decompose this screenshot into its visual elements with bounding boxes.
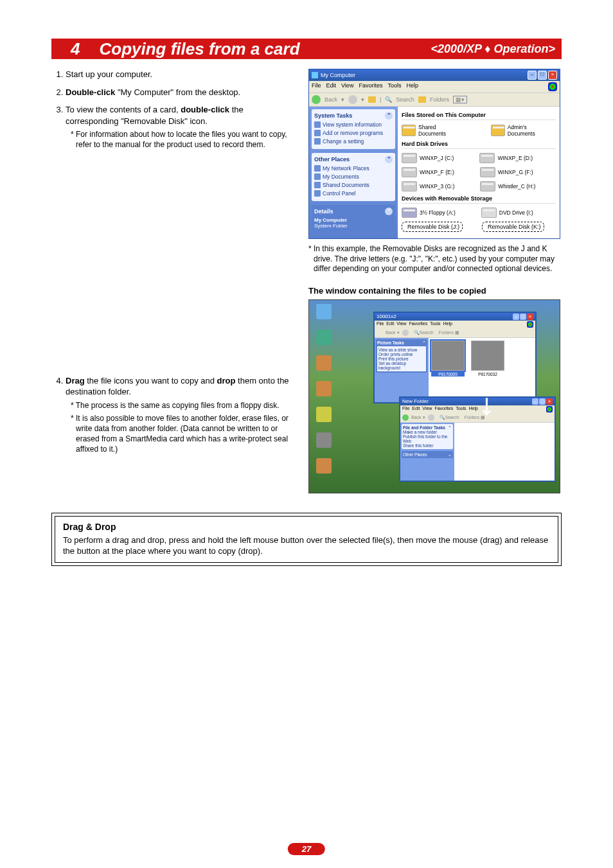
collapse-icon[interactable]: ⌃: [385, 208, 393, 215]
windows-logo-icon: [548, 82, 557, 91]
back-label[interactable]: Back: [324, 96, 337, 103]
removable-disk-j[interactable]: Removable Disk (J:): [402, 222, 463, 232]
removable-disk-k[interactable]: Removable Disk (K:): [482, 222, 544, 232]
task-link[interactable]: Publish this folder to the Web: [403, 434, 452, 443]
task-link[interactable]: Print this picture: [378, 357, 425, 361]
view-system-info-link[interactable]: View system information: [314, 121, 393, 128]
menu-favorites[interactable]: Favorites: [409, 321, 427, 328]
step-4-note1: * The process is the same as copying fil…: [71, 400, 296, 411]
desktop-icon[interactable]: [313, 458, 335, 475]
search-button[interactable]: Search: [396, 96, 414, 103]
menu-edit[interactable]: Edit: [326, 82, 337, 91]
task-link[interactable]: View as a slide show: [378, 348, 425, 352]
my-documents-link[interactable]: My Documents: [314, 173, 393, 180]
drive-f[interactable]: WINXP_G (F:): [480, 167, 533, 177]
control-panel-link[interactable]: Control Panel: [314, 190, 393, 197]
step-3-b: double-click: [181, 105, 229, 114]
desktop-icon[interactable]: [313, 355, 335, 372]
step-4-drop: drop: [217, 376, 236, 385]
back-icon[interactable]: [312, 95, 321, 104]
other-places-title: Other Places: [403, 452, 427, 457]
toolbar: Back ▾ ▾ | 🔍Search Folders ▦▾: [309, 93, 560, 107]
close-button[interactable]: ×: [548, 71, 557, 80]
maximize-button[interactable]: □: [538, 71, 547, 80]
menu-help[interactable]: Help: [443, 321, 452, 328]
desktop-icon[interactable]: [313, 432, 335, 449]
change-setting-link[interactable]: Change a setting: [314, 138, 393, 145]
details-name: My Computer: [314, 217, 347, 223]
views-button[interactable]: ▦▾: [453, 96, 467, 103]
step-3-a: To view the contents of a card,: [66, 105, 181, 114]
floppy-drive[interactable]: 3½ Floppy (A:): [402, 208, 456, 218]
drive-g[interactable]: WINXP_3 (G:): [402, 181, 454, 191]
image-file[interactable]: P8170032: [471, 341, 504, 400]
menu-favorites[interactable]: Favorites: [434, 406, 453, 412]
other-places-panel: Other Places⌃ My Network Places My Docum…: [312, 153, 395, 201]
folders-icon[interactable]: [418, 96, 426, 103]
desktop-icon[interactable]: [313, 330, 335, 346]
details-title: Details: [314, 208, 333, 215]
details-panel: Details⌃ My Computer System Folder: [312, 205, 395, 231]
menu-favorites[interactable]: Favorites: [359, 82, 382, 91]
step-4: Drag the file icons you want to copy and…: [66, 375, 296, 455]
drive-e[interactable]: WINXP_F (E:): [402, 167, 454, 177]
maximize-button[interactable]: □: [520, 314, 526, 320]
desktop-icon[interactable]: [313, 381, 335, 398]
task-link[interactable]: Share this folder: [403, 443, 452, 448]
window-titlebar[interactable]: My Computer – □ ×: [309, 69, 560, 81]
drag-drop-title: Drag & Drop: [63, 522, 550, 532]
menu-help[interactable]: Help: [406, 82, 418, 91]
desktop-icon[interactable]: [313, 407, 335, 423]
close-button[interactable]: ×: [527, 314, 533, 320]
minimize-button[interactable]: –: [513, 314, 519, 320]
windows-logo-icon: [527, 321, 533, 328]
desktop-icon[interactable]: [313, 304, 335, 321]
page: 4 Copying files from a card <2000/XP ♦ O…: [0, 0, 613, 868]
drive-c[interactable]: WINXP_J (C:): [402, 153, 454, 163]
dvd-drive[interactable]: DVD Drive (I:): [481, 208, 533, 218]
menu-view[interactable]: View: [341, 82, 353, 91]
minimize-button[interactable]: –: [528, 71, 537, 80]
collapse-icon[interactable]: ⌃: [385, 155, 393, 163]
minimize-button[interactable]: –: [532, 398, 538, 405]
menu-tools[interactable]: Tools: [387, 82, 401, 91]
instructions-column: Start up your computer. Double-click "My…: [51, 69, 296, 493]
menu-edit[interactable]: Edit: [412, 406, 420, 412]
section-title: Copying files from a card: [99, 39, 431, 59]
window-icon: [312, 72, 318, 78]
menu-file[interactable]: File: [402, 406, 409, 412]
image-file-selected[interactable]: P8170005: [431, 341, 465, 400]
admin-documents-folder[interactable]: Admin's Documents: [491, 124, 556, 137]
collapse-icon[interactable]: ⌃: [385, 112, 393, 120]
shared-documents-link[interactable]: Shared Documents: [314, 182, 393, 188]
folders-button[interactable]: Folders: [430, 96, 449, 103]
tasks-sidebar: System Tasks⌃ View system information Ad…: [309, 107, 398, 238]
add-remove-programs-link[interactable]: Add or remove programs: [314, 130, 393, 136]
task-link[interactable]: Order prints online: [378, 352, 425, 357]
copy-window-heading: The window containing the files to be co…: [308, 286, 562, 296]
step-4-drag: Drag: [66, 376, 85, 385]
system-tasks-title: System Tasks: [314, 112, 352, 119]
desktop-icons: [313, 304, 335, 475]
menu-edit[interactable]: Edit: [386, 321, 394, 328]
step-3: To view the contents of a card, double-c…: [66, 104, 296, 150]
menu-view[interactable]: View: [396, 321, 406, 328]
menu-file[interactable]: File: [312, 82, 321, 91]
close-button[interactable]: ×: [546, 398, 553, 405]
menu-tools[interactable]: Tools: [456, 406, 466, 412]
window-title: My Computer: [321, 72, 355, 78]
menu-view[interactable]: View: [422, 406, 432, 412]
menu-tools[interactable]: Tools: [430, 321, 440, 328]
up-folder-icon[interactable]: [368, 96, 376, 103]
drive-d[interactable]: WINXP_E (D:): [479, 153, 533, 163]
page-number: 27: [288, 843, 325, 855]
maximize-button[interactable]: □: [539, 398, 546, 405]
task-link[interactable]: Set as desktop background: [378, 361, 425, 370]
task-link[interactable]: Make a new folder: [403, 430, 452, 434]
network-places-link[interactable]: My Network Places: [314, 165, 393, 172]
drive-h[interactable]: Whistler_C (H:): [480, 181, 535, 191]
dest-window-title: New Folder: [402, 398, 429, 405]
forward-icon[interactable]: [348, 95, 357, 104]
menu-file[interactable]: File: [377, 321, 384, 328]
shared-documents-folder[interactable]: Shared Documents: [402, 124, 465, 137]
